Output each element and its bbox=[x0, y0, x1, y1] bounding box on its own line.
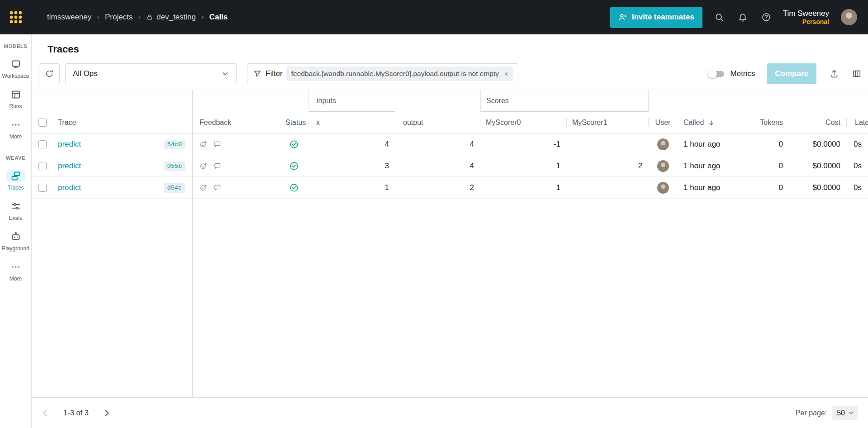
add-reaction-icon[interactable] bbox=[199, 184, 208, 192]
row-user-avatar bbox=[657, 182, 669, 194]
next-page-icon[interactable] bbox=[101, 408, 112, 418]
row-checkbox[interactable] bbox=[38, 140, 47, 148]
calls-table: inputs Scores Trace Feedback Status x ou… bbox=[32, 90, 868, 397]
pinned-column-divider[interactable] bbox=[192, 90, 193, 397]
app-body: MODELS Workspace Runs bbox=[0, 34, 868, 428]
chevron-down-icon bbox=[848, 409, 854, 416]
sidebar-section-weave: WEAVE bbox=[6, 155, 25, 161]
breadcrumb-project[interactable]: dev_testing bbox=[146, 13, 196, 22]
op-name-link[interactable]: predict bbox=[58, 183, 81, 192]
refresh-icon bbox=[45, 69, 54, 78]
sidebar-item-label: Evals bbox=[9, 215, 22, 221]
breadcrumb-projects[interactable]: Projects bbox=[105, 13, 133, 22]
table-header-row: Trace Feedback Status x output MyScorer0… bbox=[32, 112, 868, 133]
main-content: Traces All Ops bbox=[32, 34, 868, 428]
sidebar-item-playground[interactable]: Playground bbox=[0, 230, 31, 252]
tokens-value: 0 bbox=[734, 177, 789, 199]
row-checkbox[interactable] bbox=[38, 162, 47, 170]
called-header-label: Called bbox=[683, 119, 704, 127]
sidebar-item-label: Traces bbox=[7, 185, 24, 191]
select-all-checkbox[interactable] bbox=[38, 119, 47, 127]
column-header-myscorer0[interactable]: MyScorer0 bbox=[480, 112, 567, 133]
add-reaction-icon[interactable] bbox=[199, 162, 208, 170]
op-name-link[interactable]: predict bbox=[58, 162, 81, 171]
latency-value: 0s bbox=[847, 177, 868, 199]
column-header-trace[interactable]: Trace bbox=[53, 112, 192, 133]
sidebar-item-evals[interactable]: Evals bbox=[0, 200, 31, 221]
column-settings-icon[interactable] bbox=[852, 69, 862, 79]
status-success-icon bbox=[289, 183, 299, 193]
breadcrumb-entity[interactable]: timssweeney bbox=[47, 13, 91, 22]
search-icon[interactable] bbox=[714, 12, 724, 22]
output-value: 2 bbox=[395, 177, 480, 199]
pagination: 1-3 of 3 bbox=[40, 408, 112, 418]
per-page-select[interactable]: 50 bbox=[832, 406, 858, 420]
column-header-latency[interactable]: Latency bbox=[847, 112, 868, 133]
column-header-tokens[interactable]: Tokens bbox=[734, 112, 789, 133]
myscorer0-value: -1 bbox=[480, 133, 567, 155]
user-avatar[interactable] bbox=[841, 9, 857, 25]
status-cell bbox=[279, 133, 308, 155]
column-header-cost[interactable]: Cost bbox=[789, 112, 847, 133]
cost-value: $0.0000 bbox=[789, 133, 847, 155]
calls-toolbar: All Ops Filter feedback bbox=[39, 63, 862, 84]
workspace-icon bbox=[6, 58, 25, 71]
column-group-scores: Scores bbox=[480, 90, 649, 112]
comment-icon[interactable] bbox=[213, 162, 222, 170]
status-success-icon bbox=[289, 139, 299, 149]
invite-teammates-label: Invite teammates bbox=[632, 13, 694, 22]
called-value: 1 hour ago bbox=[677, 155, 734, 177]
op-name-link[interactable]: predict bbox=[58, 140, 81, 149]
per-page-label: Per page: bbox=[796, 409, 827, 417]
latency-value: 0s bbox=[847, 155, 868, 177]
output-value: 4 bbox=[395, 155, 480, 177]
remove-filter-icon[interactable] bbox=[503, 71, 510, 77]
navbar-icon-buttons bbox=[714, 12, 771, 22]
add-reaction-icon[interactable] bbox=[199, 140, 208, 148]
status-cell bbox=[279, 155, 308, 177]
column-header-feedback[interactable]: Feedback bbox=[192, 112, 279, 133]
breadcrumb-separator: › bbox=[201, 13, 204, 22]
table-row[interactable]: predict 055b bbox=[32, 155, 868, 177]
help-icon[interactable] bbox=[761, 12, 771, 22]
tokens-value: 0 bbox=[734, 133, 789, 155]
row-user-avatar bbox=[657, 138, 669, 150]
wandb-logo[interactable] bbox=[0, 0, 32, 34]
previous-page-icon[interactable] bbox=[40, 408, 51, 418]
latency-value: 0s bbox=[847, 133, 868, 155]
call-id-badge: d54c bbox=[164, 183, 185, 193]
table-footer: 1-3 of 3 Per page: 50 bbox=[32, 397, 868, 428]
sidebar-item-models-more[interactable]: More bbox=[0, 119, 31, 140]
comment-icon[interactable] bbox=[213, 184, 222, 192]
compare-button[interactable]: Compare bbox=[767, 63, 816, 84]
evals-sliders-icon bbox=[6, 200, 25, 213]
ops-filter-select[interactable]: All Ops bbox=[65, 63, 237, 84]
output-value: 4 bbox=[395, 133, 480, 155]
breadcrumb: timssweeney › Projects › dev_testing › C… bbox=[47, 13, 228, 22]
sidebar-item-weave-more[interactable]: More bbox=[0, 261, 31, 282]
row-checkbox[interactable] bbox=[38, 184, 47, 192]
comment-icon[interactable] bbox=[213, 140, 222, 148]
column-header-status[interactable]: Status bbox=[279, 112, 308, 133]
table-row[interactable]: predict d54c bbox=[32, 177, 868, 199]
column-header-user[interactable]: User bbox=[649, 112, 677, 133]
notifications-bell-icon[interactable] bbox=[738, 12, 748, 22]
lock-icon bbox=[146, 14, 153, 21]
sidebar-item-label: More bbox=[9, 133, 22, 140]
column-header-x[interactable]: x bbox=[308, 112, 395, 133]
refresh-button[interactable] bbox=[39, 63, 60, 84]
sidebar-item-traces[interactable]: Traces bbox=[0, 170, 31, 191]
filter-bar[interactable]: Filter feedback.[wandb.runnable.MyScorer… bbox=[247, 63, 518, 84]
breadcrumb-separator: › bbox=[97, 13, 100, 22]
table-row[interactable]: predict 54c0 bbox=[32, 133, 868, 155]
user-name: Tim Sweeney bbox=[783, 9, 829, 18]
invite-teammates-button[interactable]: Invite teammates bbox=[610, 7, 702, 28]
sidebar-item-workspace[interactable]: Workspace bbox=[0, 58, 31, 79]
metrics-toggle[interactable] bbox=[708, 69, 725, 79]
column-header-myscorer1[interactable]: MyScorer1 bbox=[567, 112, 649, 133]
export-icon[interactable] bbox=[829, 69, 839, 79]
column-header-called[interactable]: Called bbox=[677, 112, 734, 133]
active-filter-chip[interactable]: feedback.[wandb.runnable.MyScorer0].payl… bbox=[286, 67, 513, 81]
column-header-output[interactable]: output bbox=[395, 112, 480, 133]
sidebar-item-runs[interactable]: Runs bbox=[0, 88, 31, 109]
